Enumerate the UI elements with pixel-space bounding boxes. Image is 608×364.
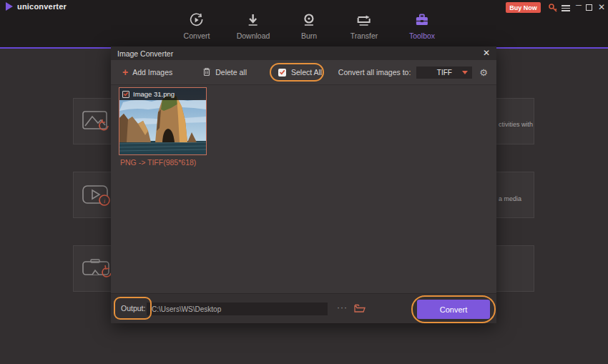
app-name: uniconverter [17,2,67,11]
convert-all-label: Convert all images to: [338,68,411,77]
add-images-button[interactable]: + Add Images [122,68,172,77]
burn-icon [301,12,317,28]
image-converter-dialog: Image Converter ✕ + Add Images Delete al… [111,46,496,323]
gear-icon[interactable]: ⚙ [479,68,488,77]
dialog-title: Image Converter [117,49,173,58]
conversion-caption: PNG -> TIFF(985*618) [120,158,196,167]
convert-to-group: Convert all images to: TIFF ⚙ [338,67,496,79]
tab-convert[interactable]: Convert [184,12,210,40]
thumbnail-title-bar: Image 31.png [119,88,206,100]
select-all-checkbox[interactable]: Select All [271,64,329,81]
dialog-toolbar: + Add Images Delete all Select All [111,60,496,85]
tab-label: Convert [184,31,210,40]
select-all-label: Select All [291,68,322,77]
thumbnail-checkbox-icon[interactable] [122,91,129,98]
tab-toolbox[interactable]: Toolbox [409,12,435,40]
browse-more-button[interactable]: ··· [337,302,348,313]
output-path-input[interactable] [147,302,328,315]
chevron-down-icon [462,71,468,74]
add-images-label: Add Images [132,68,172,77]
plus-icon: + [122,69,128,76]
delete-all-button[interactable]: Delete all [202,67,247,78]
convert-button[interactable]: Convert [417,300,490,319]
output-label: Output: [121,304,145,313]
video-info-icon: i [81,181,111,212]
toolbox-icon [409,12,435,28]
tab-label: Download [237,31,270,40]
image-thumbnail-card[interactable]: Image 31.png [119,87,207,155]
close-button[interactable]: ✕ [597,2,607,12]
tab-label: Transfer [350,31,378,40]
tab-transfer[interactable]: Transfer [350,12,378,40]
format-dropdown[interactable]: TIFF [416,67,472,79]
maximize-button[interactable] [586,4,592,11]
app-logo: uniconverter [6,2,67,11]
thumbnail-filename: Image 31.png [133,90,175,98]
dialog-header: Image Converter ✕ [111,46,496,60]
register-key-icon[interactable] [548,3,558,16]
minimize-button[interactable]: ─ [574,1,584,9]
menu-icon[interactable] [562,4,570,13]
format-value: TIFF [437,69,452,77]
dialog-body: Image 31.png PNG -> TIFF(985*618) [111,85,496,293]
card-description-fragment: ctivities with [499,121,533,128]
open-folder-icon[interactable] [354,303,366,316]
dialog-close-icon[interactable]: ✕ [483,46,490,60]
buy-now-button[interactable]: Buy Now [506,2,541,13]
tab-label: Toolbox [409,31,435,40]
tab-burn[interactable]: Burn [301,12,317,40]
image-converter-icon [81,107,111,139]
convert-icon [184,12,210,28]
checkbox-checked-icon [278,69,286,77]
delete-all-label: Delete all [215,68,247,77]
tab-download[interactable]: Download [237,12,270,40]
transfer-icon [350,12,378,28]
trash-icon [202,67,211,78]
tab-label: Burn [301,31,317,40]
download-icon [237,12,270,28]
vr-converter-icon [81,255,114,286]
logo-play-icon [6,2,13,11]
title-bar: uniconverter Buy Now ─ ✕ Convert [0,0,608,47]
dialog-footer: Output: ··· Convert [111,293,496,323]
card-description-fragment: a media [499,195,521,202]
app-window: i ctivities with a media uniconverter Bu… [0,0,608,364]
